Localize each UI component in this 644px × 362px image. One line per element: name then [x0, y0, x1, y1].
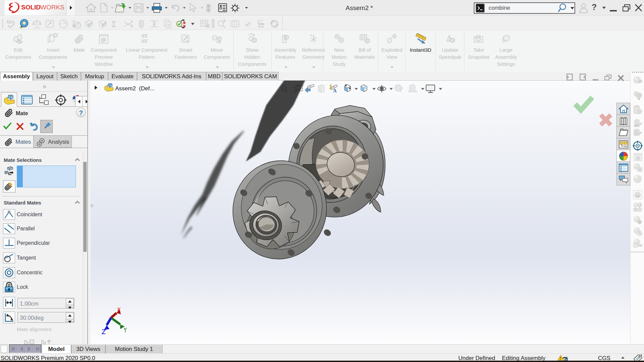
svg-text:!: ! [560, 356, 561, 360]
svg-text:?: ? [167, 23, 170, 28]
svg-text:WORKS: WORKS [40, 4, 64, 11]
svg-text:Drive: Drive [259, 20, 265, 23]
svg-text:SOLID: SOLID [21, 4, 41, 11]
svg-text:Works: Works [260, 25, 266, 27]
